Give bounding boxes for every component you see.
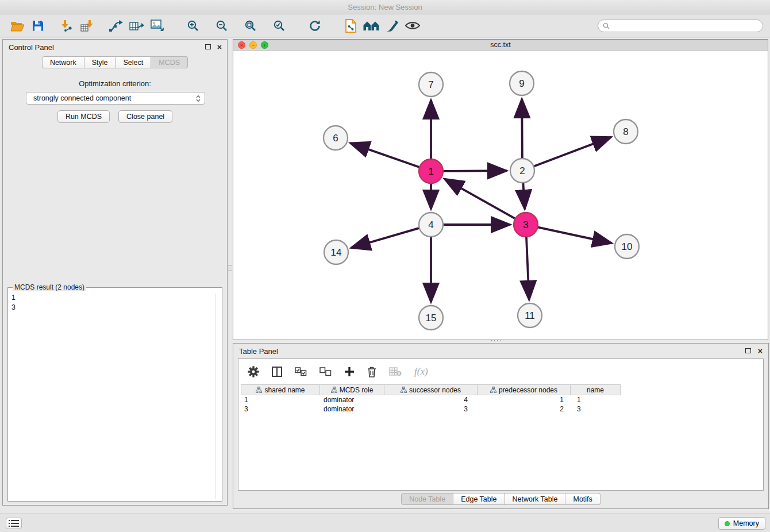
- close-panel-button[interactable]: Close panel: [118, 110, 172, 123]
- tab-network[interactable]: Network: [42, 56, 84, 68]
- graph-edge-2-8[interactable]: [534, 137, 611, 167]
- column-header-successor-nodes[interactable]: successor nodes: [384, 385, 478, 395]
- graph-node-6[interactable]: 6: [324, 126, 348, 150]
- minimize-window-icon[interactable]: −: [249, 41, 257, 49]
- fx-icon: f(x): [414, 366, 428, 377]
- float-panel-icon[interactable]: [205, 44, 211, 49]
- cell-name: 1: [571, 396, 621, 404]
- graph-edge-4-14[interactable]: [351, 228, 419, 248]
- graph-node-label: 15: [426, 313, 437, 323]
- home-button[interactable]: [361, 17, 382, 35]
- zoom-selected-button[interactable]: [269, 17, 290, 35]
- vertical-splitter-handle[interactable]: [228, 265, 232, 273]
- column-header-shared-name[interactable]: shared name: [241, 385, 320, 395]
- close-window-icon[interactable]: ×: [238, 41, 245, 49]
- delete-column-button[interactable]: [367, 367, 376, 377]
- tab-network-table[interactable]: Network Table: [505, 493, 566, 505]
- graph-node-11[interactable]: 11: [518, 303, 542, 327]
- show-graphics-details-button[interactable]: [402, 17, 423, 35]
- network-window-titlebar: scc.txt × − +: [233, 40, 768, 51]
- optimization-criterion-value: strongly connected component: [33, 94, 195, 102]
- cell-mcds-role: dominator: [320, 396, 384, 404]
- memory-button[interactable]: Memory: [718, 517, 765, 530]
- open-session-button[interactable]: [7, 17, 28, 35]
- graph-node-label: 8: [623, 126, 628, 137]
- network-canvas[interactable]: 7968124314101511: [233, 51, 768, 340]
- table-row[interactable]: 3 dominator 3 2 3: [241, 404, 621, 414]
- export-image-button[interactable]: [147, 17, 168, 35]
- node-table: shared name MCDS role successor nodes pr…: [241, 384, 621, 414]
- graph-edge-1-2[interactable]: [444, 171, 507, 171]
- window-titlebar: Session: New Session: [0, 0, 770, 14]
- create-column-button[interactable]: [344, 367, 355, 377]
- graph-node-10[interactable]: 10: [615, 234, 639, 259]
- apply-layout-button[interactable]: [305, 17, 325, 35]
- graph-edge-3-11[interactable]: [526, 237, 529, 300]
- table-settings-button[interactable]: [248, 366, 259, 377]
- save-icon: [32, 20, 44, 32]
- mcds-result-box: MCDS result (2 nodes) 1 3: [7, 283, 222, 502]
- graph-node-14[interactable]: 14: [324, 240, 348, 264]
- show-columns-button[interactable]: [272, 367, 282, 377]
- graph-edge-2-3[interactable]: [523, 183, 525, 209]
- zoom-window-icon[interactable]: +: [261, 41, 268, 49]
- search-box: [598, 20, 763, 32]
- zoom-in-button[interactable]: [183, 17, 203, 35]
- graph-edge-2-9[interactable]: [522, 99, 522, 158]
- tab-select[interactable]: Select: [116, 56, 152, 68]
- function-builder-button[interactable]: f(x): [414, 366, 428, 377]
- close-panel-icon[interactable]: ×: [758, 348, 763, 354]
- delete-table-button-disabled[interactable]: [389, 367, 402, 376]
- graph-node-label: 1: [428, 166, 433, 177]
- mcds-buttons-row: Run MCDS Close panel: [3, 110, 227, 123]
- column-header-predecessor-nodes[interactable]: predecessor nodes: [478, 385, 571, 395]
- graph-node-label: 4: [428, 219, 433, 230]
- run-mcds-button[interactable]: Run MCDS: [57, 110, 110, 123]
- eye-icon: [405, 21, 420, 30]
- unselect-all-columns-button[interactable]: [319, 367, 332, 376]
- cell-successor-nodes: 3: [384, 405, 478, 413]
- zoom-fit-button[interactable]: [240, 17, 261, 35]
- column-header-mcds-role[interactable]: MCDS role: [320, 385, 384, 395]
- graph-edge-1-6[interactable]: [351, 143, 419, 167]
- cell-predecessor-nodes: 1: [478, 396, 571, 404]
- apply-style-button[interactable]: [382, 17, 402, 35]
- result-scrollbar-track[interactable]: [215, 294, 215, 499]
- select-all-columns-button[interactable]: [295, 367, 307, 376]
- graph-node-9[interactable]: 9: [510, 71, 534, 95]
- status-bar: Memory: [0, 514, 770, 532]
- import-network-button[interactable]: [56, 17, 77, 35]
- control-panel: Control Panel × Network Style Select MCD…: [2, 39, 228, 506]
- column-header-name[interactable]: name: [571, 385, 621, 395]
- unchecked-boxes-icon: [319, 367, 332, 376]
- network-table-view-button[interactable]: [126, 17, 147, 35]
- graph-node-4[interactable]: 4: [419, 213, 443, 237]
- import-table-button[interactable]: [77, 17, 98, 35]
- graph-edge-3-1[interactable]: [445, 179, 515, 218]
- memory-label: Memory: [733, 519, 759, 527]
- graph-node-3[interactable]: 3: [514, 213, 538, 237]
- zoom-out-button[interactable]: [211, 17, 232, 35]
- tab-edge-table[interactable]: Edge Table: [453, 493, 505, 505]
- optimization-criterion-select[interactable]: strongly connected component: [26, 92, 205, 105]
- graph-node-15[interactable]: 15: [419, 306, 443, 330]
- tab-motifs[interactable]: Motifs: [565, 493, 600, 505]
- float-panel-icon[interactable]: [745, 348, 751, 353]
- save-session-button[interactable]: [28, 17, 48, 35]
- graph-node-7[interactable]: 7: [419, 72, 443, 97]
- graph-node-label: 9: [519, 78, 524, 89]
- session-document-button[interactable]: [340, 17, 361, 35]
- tab-style[interactable]: Style: [84, 56, 116, 68]
- tab-node-table[interactable]: Node Table: [401, 493, 453, 505]
- graph-node-1[interactable]: 1: [419, 159, 443, 183]
- graph-node-8[interactable]: 8: [614, 119, 638, 144]
- tab-mcds[interactable]: MCDS: [151, 56, 188, 68]
- search-input[interactable]: [613, 22, 758, 30]
- main-toolbar: [0, 14, 770, 37]
- table-row[interactable]: 1 dominator 4 1 1: [241, 395, 621, 404]
- show-panel-list-button[interactable]: [6, 518, 22, 529]
- close-panel-icon[interactable]: ×: [217, 44, 222, 51]
- new-network-button[interactable]: [106, 17, 126, 35]
- graph-node-2[interactable]: 2: [510, 159, 534, 183]
- graph-edge-3-10[interactable]: [538, 228, 612, 244]
